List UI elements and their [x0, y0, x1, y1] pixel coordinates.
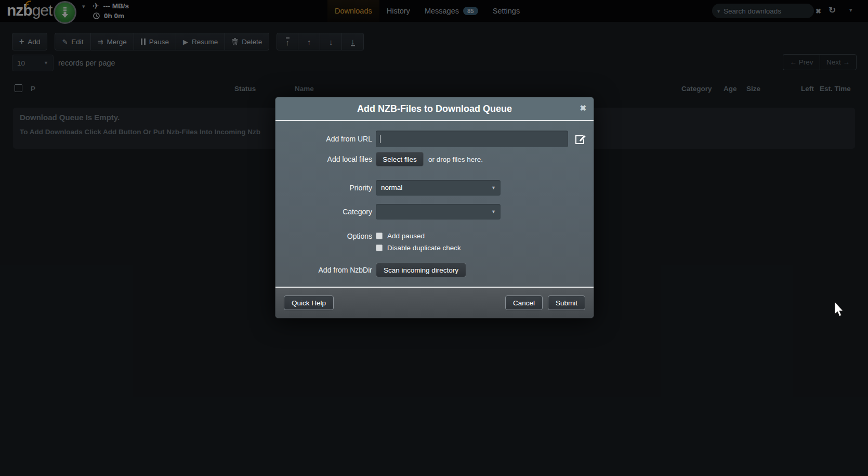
add-nzb-dialog: Add NZB-Files to Download Queue ✖ Add fr…	[275, 97, 594, 318]
disable-duplicate-check-label: Disable duplicate check	[387, 244, 461, 252]
url-input-wrap	[376, 131, 568, 147]
close-icon[interactable]: ✖	[580, 104, 586, 112]
add-paused-label: Add paused	[387, 232, 425, 240]
disable-duplicate-check-checkbox[interactable]	[376, 245, 383, 251]
quick-help-button[interactable]: Quick Help	[284, 295, 334, 310]
options-label: Options	[275, 232, 372, 240]
priority-value: normal	[381, 184, 402, 191]
scan-incoming-directory-button[interactable]: Scan incoming directory	[376, 263, 466, 277]
category-select[interactable]: ▼	[376, 204, 501, 220]
dialog-footer: Quick Help Cancel Submit	[275, 287, 594, 318]
priority-label: Priority	[275, 184, 372, 192]
mouse-cursor	[833, 302, 845, 317]
select-files-button[interactable]: Select files	[376, 152, 424, 166]
dialog-title: Add NZB-Files to Download Queue	[357, 104, 512, 114]
drop-files-hint: or drop files here.	[428, 156, 483, 163]
dialog-header: Add NZB-Files to Download Queue ✖	[275, 97, 594, 121]
local-files-label: Add local files	[275, 155, 372, 163]
category-caret-icon: ▼	[491, 204, 496, 220]
url-label: Add from URL	[275, 135, 372, 143]
priority-select[interactable]: normal ▼	[376, 180, 501, 196]
cancel-button[interactable]: Cancel	[505, 295, 543, 310]
url-input[interactable]	[376, 131, 568, 147]
submit-button[interactable]: Submit	[548, 295, 585, 310]
text-cursor	[380, 135, 380, 143]
add-paused-checkbox[interactable]	[376, 233, 383, 239]
dialog-body: Add from URL Add local files Select file…	[275, 121, 594, 277]
priority-caret-icon: ▼	[491, 180, 496, 196]
nzbdir-label: Add from NzbDir	[275, 266, 372, 274]
paste-edit-icon[interactable]	[575, 133, 587, 145]
category-label: Category	[275, 208, 372, 216]
